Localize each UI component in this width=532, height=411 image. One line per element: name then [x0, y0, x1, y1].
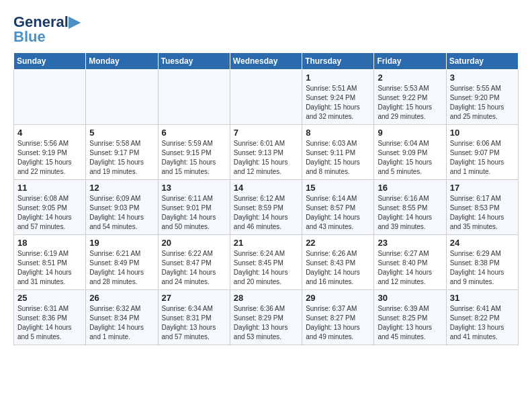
day-info: Sunrise: 6:27 AM Sunset: 8:40 PM Dayligh… — [378, 249, 442, 287]
calendar-cell: 14Sunrise: 6:12 AM Sunset: 8:59 PM Dayli… — [230, 180, 302, 235]
day-info: Sunrise: 5:53 AM Sunset: 9:22 PM Dayligh… — [378, 84, 442, 122]
weekday-header-tuesday: Tuesday — [158, 53, 230, 70]
calendar-table: SundayMondayTuesdayWednesdayThursdayFrid… — [13, 52, 519, 345]
day-number: 16 — [378, 183, 442, 193]
calendar-cell: 1Sunrise: 5:51 AM Sunset: 9:24 PM Daylig… — [302, 70, 374, 125]
day-info: Sunrise: 5:56 AM Sunset: 9:19 PM Dayligh… — [17, 139, 82, 177]
day-info: Sunrise: 6:01 AM Sunset: 9:13 PM Dayligh… — [234, 139, 298, 177]
day-info: Sunrise: 6:08 AM Sunset: 9:05 PM Dayligh… — [17, 194, 82, 232]
day-number: 13 — [162, 183, 226, 193]
day-info: Sunrise: 5:55 AM Sunset: 9:20 PM Dayligh… — [450, 84, 515, 122]
calendar-cell: 11Sunrise: 6:08 AM Sunset: 9:05 PM Dayli… — [14, 180, 86, 235]
calendar-cell: 10Sunrise: 6:06 AM Sunset: 9:07 PM Dayli… — [446, 125, 518, 180]
day-info: Sunrise: 5:51 AM Sunset: 9:24 PM Dayligh… — [306, 84, 370, 122]
day-info: Sunrise: 6:03 AM Sunset: 9:11 PM Dayligh… — [306, 139, 370, 177]
day-info: Sunrise: 6:29 AM Sunset: 8:38 PM Dayligh… — [450, 249, 515, 287]
calendar-cell: 15Sunrise: 6:14 AM Sunset: 8:57 PM Dayli… — [302, 180, 374, 235]
logo: General▶ Blue — [13, 13, 80, 46]
day-info: Sunrise: 6:17 AM Sunset: 8:53 PM Dayligh… — [450, 194, 515, 232]
page-header: General▶ Blue — [13, 13, 519, 46]
calendar-cell: 25Sunrise: 6:31 AM Sunset: 8:36 PM Dayli… — [14, 290, 86, 345]
calendar-week-row: 25Sunrise: 6:31 AM Sunset: 8:36 PM Dayli… — [14, 290, 519, 345]
day-number: 29 — [306, 293, 370, 303]
calendar-cell: 17Sunrise: 6:17 AM Sunset: 8:53 PM Dayli… — [446, 180, 518, 235]
day-number: 10 — [450, 128, 515, 138]
weekday-header-wednesday: Wednesday — [230, 53, 302, 70]
calendar-week-row: 4Sunrise: 5:56 AM Sunset: 9:19 PM Daylig… — [14, 125, 519, 180]
weekday-header-saturday: Saturday — [446, 53, 518, 70]
day-number: 25 — [17, 293, 82, 303]
calendar-cell: 24Sunrise: 6:29 AM Sunset: 8:38 PM Dayli… — [446, 235, 518, 290]
day-number: 2 — [378, 73, 442, 83]
day-number: 4 — [17, 128, 82, 138]
weekday-header-friday: Friday — [374, 53, 446, 70]
calendar-cell: 8Sunrise: 6:03 AM Sunset: 9:11 PM Daylig… — [302, 125, 374, 180]
day-number: 14 — [234, 183, 298, 193]
day-info: Sunrise: 6:36 AM Sunset: 8:29 PM Dayligh… — [234, 304, 298, 342]
day-number: 24 — [450, 238, 515, 248]
calendar-cell: 2Sunrise: 5:53 AM Sunset: 9:22 PM Daylig… — [374, 70, 446, 125]
calendar-cell: 5Sunrise: 5:58 AM Sunset: 9:17 PM Daylig… — [86, 125, 158, 180]
calendar-week-row: 11Sunrise: 6:08 AM Sunset: 9:05 PM Dayli… — [14, 180, 519, 235]
day-info: Sunrise: 6:32 AM Sunset: 8:34 PM Dayligh… — [89, 304, 154, 342]
day-info: Sunrise: 6:06 AM Sunset: 9:07 PM Dayligh… — [450, 139, 515, 177]
day-info: Sunrise: 6:22 AM Sunset: 8:47 PM Dayligh… — [162, 249, 226, 287]
day-info: Sunrise: 6:21 AM Sunset: 8:49 PM Dayligh… — [89, 249, 154, 287]
day-number: 17 — [450, 183, 515, 193]
day-number: 22 — [306, 238, 370, 248]
calendar-cell — [14, 70, 86, 125]
calendar-cell: 22Sunrise: 6:26 AM Sunset: 8:43 PM Dayli… — [302, 235, 374, 290]
day-number: 19 — [89, 238, 154, 248]
day-info: Sunrise: 6:16 AM Sunset: 8:55 PM Dayligh… — [378, 194, 442, 232]
day-info: Sunrise: 6:41 AM Sunset: 8:22 PM Dayligh… — [450, 304, 515, 342]
day-info: Sunrise: 6:12 AM Sunset: 8:59 PM Dayligh… — [234, 194, 298, 232]
day-number: 11 — [17, 183, 82, 193]
day-number: 12 — [89, 183, 154, 193]
calendar-cell: 18Sunrise: 6:19 AM Sunset: 8:51 PM Dayli… — [14, 235, 86, 290]
calendar-cell: 12Sunrise: 6:09 AM Sunset: 9:03 PM Dayli… — [86, 180, 158, 235]
day-number: 31 — [450, 293, 515, 303]
day-number: 6 — [162, 128, 226, 138]
day-number: 28 — [234, 293, 298, 303]
weekday-header-sunday: Sunday — [14, 53, 86, 70]
weekday-header-monday: Monday — [86, 53, 158, 70]
day-info: Sunrise: 6:31 AM Sunset: 8:36 PM Dayligh… — [17, 304, 82, 342]
calendar-cell: 16Sunrise: 6:16 AM Sunset: 8:55 PM Dayli… — [374, 180, 446, 235]
day-info: Sunrise: 6:39 AM Sunset: 8:25 PM Dayligh… — [378, 304, 442, 342]
weekday-header-row: SundayMondayTuesdayWednesdayThursdayFrid… — [14, 53, 519, 70]
day-info: Sunrise: 6:34 AM Sunset: 8:31 PM Dayligh… — [162, 304, 226, 342]
day-info: Sunrise: 6:26 AM Sunset: 8:43 PM Dayligh… — [306, 249, 370, 287]
calendar-cell: 6Sunrise: 5:59 AM Sunset: 9:15 PM Daylig… — [158, 125, 230, 180]
calendar-cell: 9Sunrise: 6:04 AM Sunset: 9:09 PM Daylig… — [374, 125, 446, 180]
day-number: 30 — [378, 293, 442, 303]
calendar-cell: 28Sunrise: 6:36 AM Sunset: 8:29 PM Dayli… — [230, 290, 302, 345]
logo-text-blue: Blue — [13, 28, 46, 46]
calendar-cell: 29Sunrise: 6:37 AM Sunset: 8:27 PM Dayli… — [302, 290, 374, 345]
day-info: Sunrise: 6:19 AM Sunset: 8:51 PM Dayligh… — [17, 249, 82, 287]
day-number: 18 — [17, 238, 82, 248]
calendar-week-row: 1Sunrise: 5:51 AM Sunset: 9:24 PM Daylig… — [14, 70, 519, 125]
calendar-cell — [158, 70, 230, 125]
day-number: 26 — [89, 293, 154, 303]
day-info: Sunrise: 6:24 AM Sunset: 8:45 PM Dayligh… — [234, 249, 298, 287]
calendar-cell — [86, 70, 158, 125]
day-number: 20 — [162, 238, 226, 248]
calendar-cell: 31Sunrise: 6:41 AM Sunset: 8:22 PM Dayli… — [446, 290, 518, 345]
day-number: 9 — [378, 128, 442, 138]
day-number: 27 — [162, 293, 226, 303]
day-number: 7 — [234, 128, 298, 138]
day-number: 15 — [306, 183, 370, 193]
day-number: 5 — [89, 128, 154, 138]
day-info: Sunrise: 6:09 AM Sunset: 9:03 PM Dayligh… — [89, 194, 154, 232]
day-info: Sunrise: 6:14 AM Sunset: 8:57 PM Dayligh… — [306, 194, 370, 232]
calendar-cell: 7Sunrise: 6:01 AM Sunset: 9:13 PM Daylig… — [230, 125, 302, 180]
day-number: 23 — [378, 238, 442, 248]
day-number: 8 — [306, 128, 370, 138]
day-number: 21 — [234, 238, 298, 248]
day-info: Sunrise: 6:11 AM Sunset: 9:01 PM Dayligh… — [162, 194, 226, 232]
calendar-cell — [230, 70, 302, 125]
calendar-cell: 21Sunrise: 6:24 AM Sunset: 8:45 PM Dayli… — [230, 235, 302, 290]
weekday-header-thursday: Thursday — [302, 53, 374, 70]
calendar-cell: 23Sunrise: 6:27 AM Sunset: 8:40 PM Dayli… — [374, 235, 446, 290]
calendar-cell: 4Sunrise: 5:56 AM Sunset: 9:19 PM Daylig… — [14, 125, 86, 180]
